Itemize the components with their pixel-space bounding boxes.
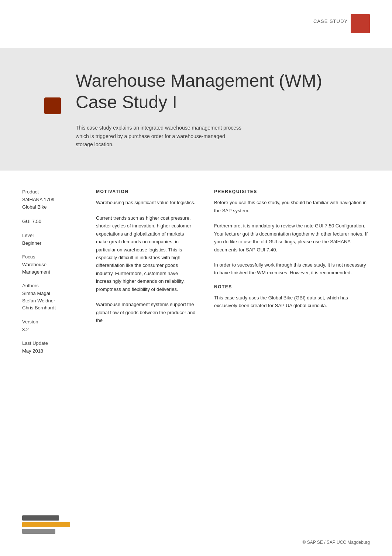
sidebar: Product S/4HANA 1709 Global Bike GUI 7.5… (22, 189, 96, 362)
product-label: Product (22, 189, 89, 195)
version-label: Version (22, 319, 89, 325)
level-label: Level (22, 233, 89, 238)
product-value-line2: Global Bike (22, 203, 89, 211)
orange-accent-bar (351, 14, 370, 33)
level-value: Beginner (22, 240, 89, 247)
motivation-paragraph-2: Current trends such as higher cost press… (96, 214, 196, 293)
motivation-paragraph-1: Warehousing has significant value for lo… (96, 199, 196, 206)
version-value: 3.2 (22, 326, 89, 333)
bottom-logo (22, 515, 70, 534)
author-2: Stefan Weidner (22, 297, 89, 305)
hero-content: Warehouse Management (WM) Case Study I T… (76, 70, 362, 148)
logo-bar-orange (22, 522, 70, 527)
focus-value-line2: Management (22, 268, 89, 276)
sidebar-authors: Authors Simha Magal Stefan Weidner Chris… (22, 283, 89, 312)
sidebar-gui: GUI 7.50 (22, 218, 89, 225)
main-content: Product S/4HANA 1709 Global Bike GUI 7.5… (0, 171, 392, 384)
hero-icon (44, 97, 61, 114)
product-value-line1: S/4HANA 1709 (22, 196, 89, 203)
notes-heading: NOTES (214, 284, 370, 289)
motivation-heading: MOTIVATION (96, 189, 196, 194)
author-1: Simha Magal (22, 290, 89, 297)
author-3: Chris Bernhardt (22, 304, 89, 312)
sidebar-product: Product S/4HANA 1709 Global Bike (22, 189, 89, 210)
sidebar-level: Level Beginner (22, 233, 89, 247)
prerequisites-paragraph-2: Furthermore, it is mandatory to review t… (214, 222, 370, 254)
motivation-paragraph-3: Warehouse management systems support the… (96, 301, 196, 324)
sidebar-focus: Focus Warehouse Management (22, 254, 89, 275)
authors-label: Authors (22, 283, 89, 288)
last-update-label: Last Update (22, 340, 89, 346)
case-study-label: CASE STUDY (313, 18, 348, 24)
sidebar-version: Version 3.2 (22, 319, 89, 333)
prerequisites-heading: PREREQUISITES (214, 189, 370, 194)
notes-text: This case study uses the Global Bike (GB… (214, 294, 370, 310)
hero-section: Warehouse Management (WM) Case Study I T… (0, 48, 392, 171)
page-title: Warehouse Management (WM) Case Study I (76, 70, 362, 113)
gui-value: GUI 7.50 (22, 218, 89, 225)
motivation-column: MOTIVATION Warehousing has significant v… (96, 189, 210, 362)
top-header: CASE STUDY (0, 0, 392, 48)
prerequisites-column: PREREQUISITES Before you use this case s… (210, 189, 370, 362)
hero-description: This case study explains an integrated w… (76, 124, 242, 148)
focus-label: Focus (22, 254, 89, 260)
footer-copyright: © SAP SE / SAP UCC Magdeburg (303, 540, 370, 545)
prerequisites-paragraph-3: In order to successfully work through th… (214, 261, 370, 277)
logo-bar-dark (22, 515, 59, 521)
prerequisites-paragraph-1: Before you use this case study, you shou… (214, 199, 370, 214)
last-update-value: May 2018 (22, 347, 89, 355)
focus-value-line1: Warehouse (22, 261, 89, 268)
logo-bar-gray (22, 529, 55, 534)
sidebar-last-update: Last Update May 2018 (22, 340, 89, 355)
